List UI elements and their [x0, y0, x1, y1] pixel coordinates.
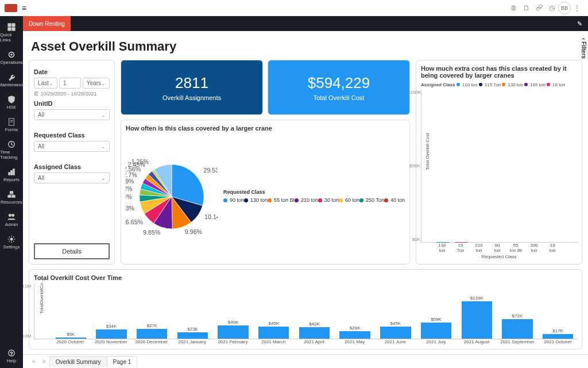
date-last-select[interactable]: Last⌄ — [34, 78, 57, 89]
clock-icon[interactable]: ◷ — [546, 2, 558, 14]
sidebar-item-admin[interactable]: Admin — [0, 209, 23, 232]
svg-rect-2 — [8, 28, 11, 30]
hamburger-icon[interactable]: ≡ — [22, 3, 26, 13]
stacked-chart: Total Overkill Cost $100K$50K$0K — [421, 90, 577, 243]
page-header: Down Renting ✎ — [23, 16, 588, 31]
svg-text:3.02%: 3.02% — [126, 185, 133, 192]
doc-icon[interactable]: 🗎 — [508, 2, 520, 14]
svg-text:2.99%: 2.99% — [126, 178, 134, 185]
kpi-cost: $594,229 Total Overkill Cost — [268, 60, 410, 115]
tab-next[interactable]: > — [39, 358, 49, 365]
sidebar-item-reports[interactable]: Reports — [0, 164, 23, 187]
sidebar-item-resources[interactable]: Resources — [0, 187, 23, 209]
date-range-text: 🗓 10/29/2020 - 10/28/2021 — [34, 91, 110, 97]
svg-text:29.53%: 29.53% — [203, 167, 218, 174]
svg-rect-12 — [13, 169, 15, 175]
pie-legend: Requested Class 90 ton130 ton55 ton Bt21… — [223, 188, 405, 205]
svg-rect-15 — [12, 195, 15, 198]
sidebar: Quick Links Operations Maintenance HSE F… — [0, 16, 23, 368]
sidebar-item-settings[interactable]: Settings — [0, 232, 23, 254]
asg-select[interactable]: All⌄ — [34, 172, 110, 183]
avatar[interactable]: BB — [558, 2, 571, 14]
svg-text:?: ? — [10, 351, 13, 356]
edit-icon[interactable]: ✎ — [571, 20, 588, 28]
bar-title: How much extra cost has this class creat… — [421, 65, 577, 79]
sidebar-item-quicklinks[interactable]: Quick Links — [0, 20, 23, 47]
svg-point-18 — [10, 238, 13, 240]
svg-text:6.65%: 6.65% — [126, 218, 144, 225]
filter-date-label: Date — [34, 68, 110, 75]
svg-text:6.33%: 6.33% — [126, 205, 135, 212]
sidebar-item-forms[interactable]: Forms — [0, 114, 23, 137]
sidebar-item-help[interactable]: ?Help — [0, 346, 23, 368]
page-title: Asset Overkill Summary — [31, 39, 582, 54]
sidebar-item-hse[interactable]: HSE — [0, 92, 23, 114]
svg-point-17 — [11, 214, 14, 216]
sidebar-item-timetracking[interactable]: Time Tracking — [0, 137, 23, 164]
filter-req-label: Requested Class — [34, 132, 110, 139]
pie-title: How often is this class covered by a lar… — [126, 125, 405, 132]
req-select[interactable]: All⌄ — [34, 141, 110, 152]
svg-rect-1 — [12, 24, 15, 26]
stacked-bar-card: How much extra cost has this class creat… — [416, 60, 582, 264]
svg-point-5 — [11, 54, 13, 56]
topbar: ≡ 🗎 🗋 🗪 ◷ BB ⋮ — [0, 0, 588, 16]
details-button[interactable]: Details — [34, 243, 110, 259]
tabs-bar: < > Overkill Summary Page 1 — [23, 354, 588, 368]
svg-text:1.25%: 1.25% — [131, 158, 149, 165]
svg-text:10.14%: 10.14% — [204, 213, 218, 220]
pie-chart-card: How often is this class covered by a lar… — [121, 120, 410, 264]
filters-rail[interactable]: ‹ Filters — [579, 36, 588, 61]
svg-rect-14 — [8, 195, 11, 198]
svg-rect-0 — [8, 24, 11, 26]
kpi-assignments-value: 2811 — [175, 74, 208, 92]
tab-prev[interactable]: < — [29, 358, 39, 365]
time-chart-card: Total Overkill Cost Over Time TotalOverk… — [29, 269, 582, 350]
svg-text:3.38%: 3.38% — [126, 193, 132, 200]
svg-point-16 — [9, 214, 11, 216]
date-n-select[interactable]: 1 — [59, 78, 81, 89]
filter-asg-label: Assigned Class — [34, 163, 110, 170]
page-icon[interactable]: 🗋 — [520, 2, 533, 14]
svg-text:9.85%: 9.85% — [143, 229, 161, 236]
kpi-cost-value: $594,229 — [308, 74, 370, 92]
sidebar-item-maintenance[interactable]: Maintenance — [0, 70, 23, 92]
time-title: Total Overkill Cost Over Time — [34, 274, 577, 281]
tab-overkill[interactable]: Overkill Summary — [49, 356, 107, 367]
svg-rect-10 — [9, 172, 10, 175]
kpi-assignments: 2811 Overkill Assignments — [121, 60, 263, 115]
bar-legend: Assigned Class 110 ton 115 Ton 130 ton 1… — [421, 82, 577, 87]
kpi-cost-label: Total Overkill Cost — [314, 94, 365, 101]
filter-unit-label: UnitID — [34, 100, 110, 107]
unit-select[interactable]: All⌄ — [34, 109, 110, 120]
chat-icon[interactable]: 🗪 — [533, 2, 546, 14]
svg-rect-3 — [12, 28, 15, 30]
sidebar-item-operations[interactable]: Operations — [0, 47, 23, 70]
date-unit-select[interactable]: Years⌄ — [83, 78, 110, 89]
svg-rect-11 — [11, 170, 13, 175]
status-tag: Down Renting — [23, 16, 71, 31]
filter-panel: Date Last⌄ 1 Years⌄ 🗓 10/29/2020 - 10/28… — [29, 60, 115, 264]
more-icon[interactable]: ⋮ — [571, 2, 583, 14]
app-logo — [5, 4, 17, 12]
kpi-assignments-label: Overkill Assignments — [163, 94, 221, 101]
svg-text:9.96%: 9.96% — [185, 228, 203, 235]
pie-chart: 29.53%10.14%9.96%9.85%6.65%6.33%3.38%3.0… — [126, 151, 218, 243]
time-chart: TotalOverkillCo... $0.1M$0.0M $5K$34K$37… — [34, 283, 577, 339]
svg-rect-13 — [10, 191, 13, 194]
tab-page1[interactable]: Page 1 — [107, 356, 138, 367]
